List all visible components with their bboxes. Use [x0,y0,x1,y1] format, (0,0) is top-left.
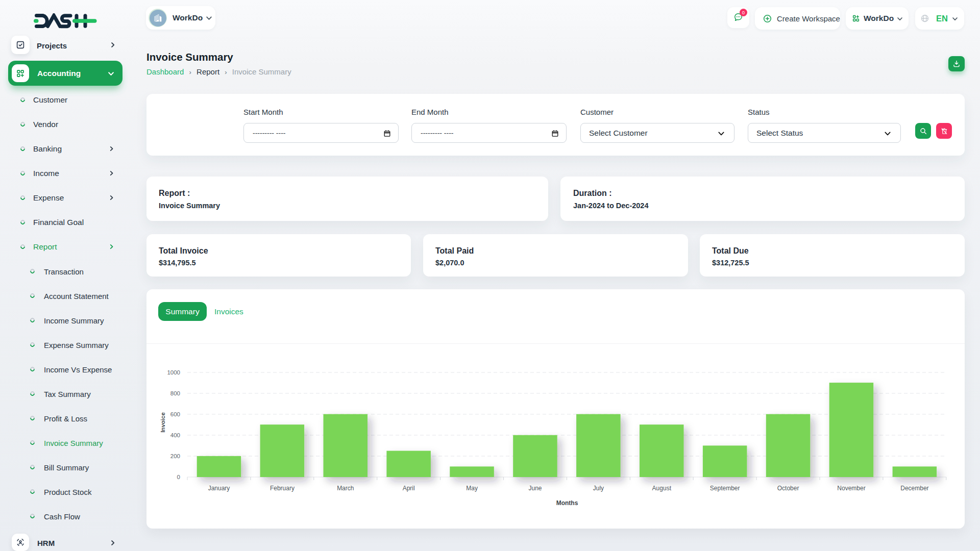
svg-text:February: February [270,485,295,492]
svg-text:1000: 1000 [167,369,180,375]
svg-text:March: March [337,485,354,492]
svg-text:400: 400 [170,432,180,438]
svg-text:800: 800 [170,390,180,396]
svg-text:October: October [777,485,799,492]
svg-text:200: 200 [170,453,180,459]
svg-text:November: November [837,485,865,492]
svg-text:September: September [710,485,740,492]
svg-text:0: 0 [177,474,180,480]
svg-text:Invoice: Invoice [160,412,166,433]
svg-text:August: August [652,485,672,492]
svg-text:July: July [593,485,604,492]
svg-text:April: April [403,485,415,492]
svg-text:600: 600 [170,411,180,417]
svg-text:Months: Months [556,499,578,507]
svg-text:June: June [528,485,542,492]
svg-text:May: May [466,485,478,492]
svg-text:December: December [900,485,928,492]
svg-text:January: January [208,485,230,492]
